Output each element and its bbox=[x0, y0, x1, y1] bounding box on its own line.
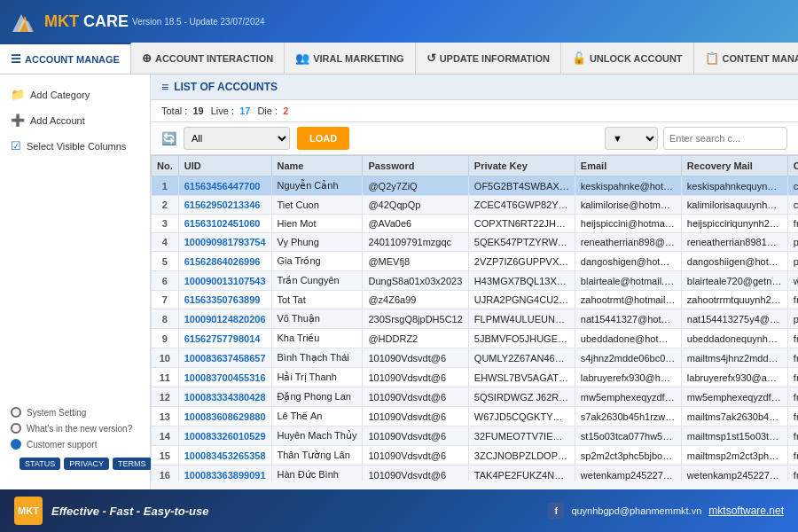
table-header-row: No. UID Name Password Private Key Email … bbox=[152, 156, 799, 176]
sidebar-item-add-account-label: Add Account bbox=[30, 115, 85, 126]
refresh-icon[interactable]: 🔄 bbox=[161, 131, 176, 145]
sidebar-item-add-category[interactable]: 📁 Add Category bbox=[0, 82, 150, 107]
table-row[interactable]: 9 61562757798014 Kha Triều @HDDRZ2 5JBMV… bbox=[152, 329, 799, 348]
table-row[interactable]: 10 100083637458657 Bình Thạch Thái 10109… bbox=[152, 348, 799, 368]
table-row[interactable]: 4 100090981793754 Vy Phung 2401109791mzg… bbox=[152, 233, 799, 252]
cell-email: heijspiccini@hotmail.com bbox=[575, 215, 681, 233]
cell-email: dangoshigen@hotmail.com bbox=[575, 252, 681, 271]
cell-recovery: mailtms4jhnz2mdde06bc0ars... bbox=[681, 348, 787, 368]
load-button[interactable]: LOAD bbox=[297, 127, 349, 150]
footer-logo-box: MKT bbox=[14, 497, 43, 525]
table-row[interactable]: 1 61563456447700 Nguyễn Cảnh @Q2y7ZiQ OF… bbox=[152, 176, 799, 196]
cell-uid: 61563102451060 bbox=[178, 215, 271, 233]
cell-recovery: ubeddadonequynh2405@getna... bbox=[681, 329, 787, 348]
website[interactable]: mktsoftware.net bbox=[708, 505, 784, 517]
accounts-table-container[interactable]: No. UID Name Password Private Key Email … bbox=[151, 155, 798, 481]
facebook-icon[interactable]: f bbox=[548, 503, 564, 519]
sidebar-customer-support[interactable]: Customer support bbox=[11, 436, 139, 452]
cell-private-key: W67JD5CQGKTYM2LOT4WH5... bbox=[468, 407, 575, 426]
die-stat: Die : 2 bbox=[257, 106, 288, 116]
table-row[interactable]: 5 61562864026996 Gia Trồng @MEVfj8 2VZP7… bbox=[152, 252, 799, 271]
table-row[interactable]: 12 100083334380428 Đặng Phong Lan 101090… bbox=[152, 387, 799, 407]
sidebar-item-add-category-label: Add Category bbox=[30, 90, 90, 100]
terms-button[interactable]: TERMS bbox=[113, 458, 152, 470]
cell-cookies: fr=0NWWlhWvLqGap... bbox=[787, 348, 798, 368]
cell-private-key: EHWSL7BV5AGAT7QLQ4XOCA4... bbox=[468, 368, 575, 387]
cell-uid: 100083326010529 bbox=[178, 426, 271, 446]
cell-private-key: 32FUMEO7TV7IEGJZ7AHEJDX... bbox=[468, 426, 575, 446]
col-uid: UID bbox=[178, 156, 271, 176]
tab-account-interaction-label: ACCOUNT INTERACTION bbox=[155, 53, 273, 64]
sidebar-item-select-columns[interactable]: ☑ Select Visible Columns bbox=[0, 133, 150, 159]
privacy-button[interactable]: PRIVACY bbox=[64, 458, 109, 470]
table-row[interactable]: 8 100090124820206 Võ Thuận 230SrsgQ8jpDH… bbox=[152, 309, 799, 329]
cell-private-key: UJRA2PGNG4CU2882EJKDEK... bbox=[468, 291, 575, 309]
add-account-icon: ➕ bbox=[11, 113, 25, 127]
cell-cookies: fr=0bzJOrV4V5yc4ZSV... bbox=[787, 466, 798, 482]
table-row[interactable]: 11 100083700455316 Hải Trị Thanh 101090V… bbox=[152, 368, 799, 387]
cell-password: 101090Vdsvdt@6 bbox=[363, 348, 468, 368]
table-row[interactable]: 6 100090013107543 Trần Cungyên DungS8a01… bbox=[152, 271, 799, 291]
table-row[interactable]: 3 61563102451060 Hien Mot @AVa0e6 COPXTN… bbox=[152, 215, 799, 233]
cell-cookies: c_user=61562950213... bbox=[787, 196, 798, 215]
sidebar-whats-new[interactable]: What's in the new version? bbox=[11, 420, 139, 436]
cell-recovery: mw5emphexeqyzdfpljb4jwne7... bbox=[681, 387, 787, 407]
app-footer: MKT Effective - Fast - Easy-to-use f quy… bbox=[0, 489, 798, 532]
cell-recovery: mailtmsp1st15o03tca077hw55rd... bbox=[681, 426, 787, 446]
cell-uid: 100090981793754 bbox=[178, 233, 271, 252]
version-text: Version 18.5 - Update 23/07/2024 bbox=[132, 17, 265, 27]
filter-select[interactable]: All bbox=[184, 127, 290, 150]
col-recovery-mail: Recovery Mail bbox=[681, 156, 787, 176]
table-row[interactable]: 15 100083453265358 Thân Tường Lân 101090… bbox=[152, 446, 799, 466]
footer-logo: MKT bbox=[14, 497, 43, 525]
tab-update-information[interactable]: ↺ UPDATE INFORMATION bbox=[416, 43, 561, 74]
cell-email: zahootrmt@hotmail.com bbox=[575, 291, 681, 309]
table-row[interactable]: 13 100083608629880 Lê Thế An 101090Vdsvd… bbox=[152, 407, 799, 426]
table-row[interactable]: 2 61562950213346 Tiet Cuon @42QqpQp ZCEC… bbox=[152, 196, 799, 215]
account-interaction-icon: ⊕ bbox=[142, 51, 152, 65]
search-dropdown[interactable]: ▼ bbox=[605, 127, 658, 150]
cell-name: Gia Trồng bbox=[271, 252, 363, 271]
cell-no: 6 bbox=[152, 271, 179, 291]
sidebar-item-add-account[interactable]: ➕ Add Account bbox=[0, 107, 150, 133]
cell-private-key: ZCEC4T6GWP82YWLV7YM7UD... bbox=[468, 196, 575, 215]
cell-recovery: heijspicciriqunynh2405@getnad... bbox=[681, 215, 787, 233]
whats-new-icon bbox=[11, 423, 21, 434]
tab-account-manage[interactable]: ☰ ACCOUNT MANAGE bbox=[0, 43, 131, 74]
app-header: MKT CARE Version 18.5 - Update 23/07/202… bbox=[0, 0, 798, 43]
select-columns-icon: ☑ bbox=[11, 139, 21, 153]
cell-name: Võ Thuận bbox=[271, 309, 363, 329]
cell-no: 14 bbox=[152, 426, 179, 446]
cell-password: @HDDRZ2 bbox=[363, 329, 468, 348]
tab-viral-marketing[interactable]: 👥 VIRAL MARKETING bbox=[285, 43, 415, 74]
cell-email: st15o03tca077hw55rd@hotm... bbox=[575, 426, 681, 446]
tab-content-manage[interactable]: 📋 CONTENT MANAGE bbox=[694, 43, 798, 74]
table-row[interactable]: 7 61563350763899 Tot Tat @z4Z6a99 UJRA2P… bbox=[152, 291, 799, 309]
search-area: ▼ bbox=[605, 127, 787, 150]
col-password: Password bbox=[363, 156, 468, 176]
footer-right: f quynhbgpd@phanmemmkt.vn mktsoftware.ne… bbox=[548, 503, 784, 519]
tab-account-interaction[interactable]: ⊕ ACCOUNT INTERACTION bbox=[131, 43, 285, 74]
tab-unlock-account[interactable]: 🔓 UNLOCK ACCOUNT bbox=[561, 43, 694, 74]
status-button[interactable]: STATUS bbox=[20, 458, 60, 470]
cell-private-key: 5QSIRDWGZ J62RWPPDAHBU5... bbox=[468, 387, 575, 407]
table-row[interactable]: 16 100083363899091 Hàn Đức Bình 101090Vd… bbox=[152, 466, 799, 482]
cell-uid: 100083608629880 bbox=[178, 407, 271, 426]
cell-private-key: COPXTN6RT22JHN46WPRULM... bbox=[468, 215, 575, 233]
total-value: 19 bbox=[192, 106, 203, 116]
cell-cookies: fr=0Q5LjrcvW2RSVSy... bbox=[787, 407, 798, 426]
cell-no: 11 bbox=[152, 368, 179, 387]
content-area: ≡ LIST OF ACCOUNTS Total : 19 Live : 17 … bbox=[151, 74, 798, 489]
die-label: Die : bbox=[257, 106, 278, 116]
cell-email: blairteale@hotmail.com bbox=[575, 271, 681, 291]
content-header: ≡ LIST OF ACCOUNTS bbox=[151, 74, 798, 100]
cell-no: 9 bbox=[152, 329, 179, 348]
search-input[interactable] bbox=[663, 127, 787, 150]
content-manage-icon: 📋 bbox=[705, 51, 719, 65]
total-label: Total : bbox=[161, 106, 187, 116]
cell-recovery: wetenkamp24522707@dropper... bbox=[681, 466, 787, 482]
table-row[interactable]: 14 100083326010529 Huyên Mach Thủy 10109… bbox=[152, 426, 799, 446]
stats-bar: Total : 19 Live : 17 Die : 2 bbox=[151, 100, 798, 122]
sidebar-system-setting[interactable]: System Setting bbox=[11, 404, 139, 420]
die-value: 2 bbox=[283, 106, 288, 116]
